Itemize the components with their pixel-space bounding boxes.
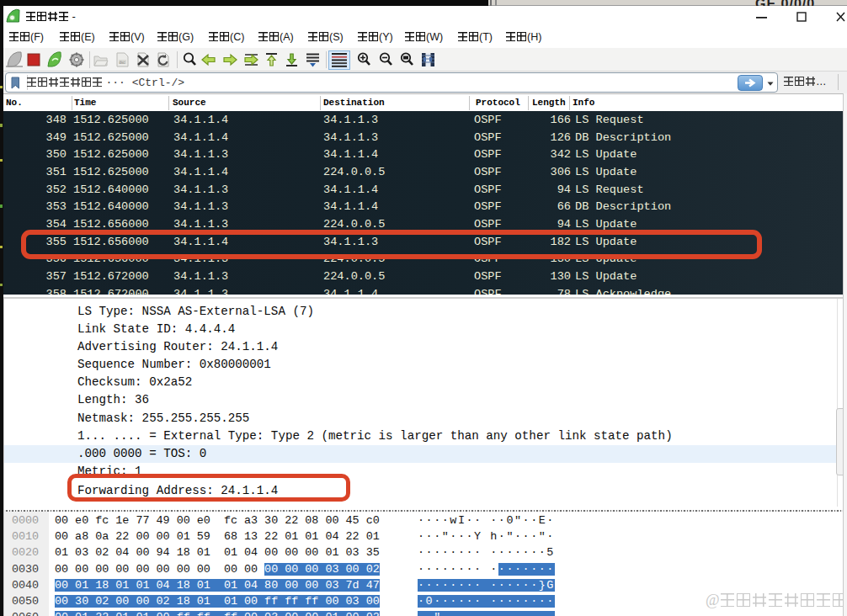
svg-text:dsc: dsc — [120, 61, 126, 65]
